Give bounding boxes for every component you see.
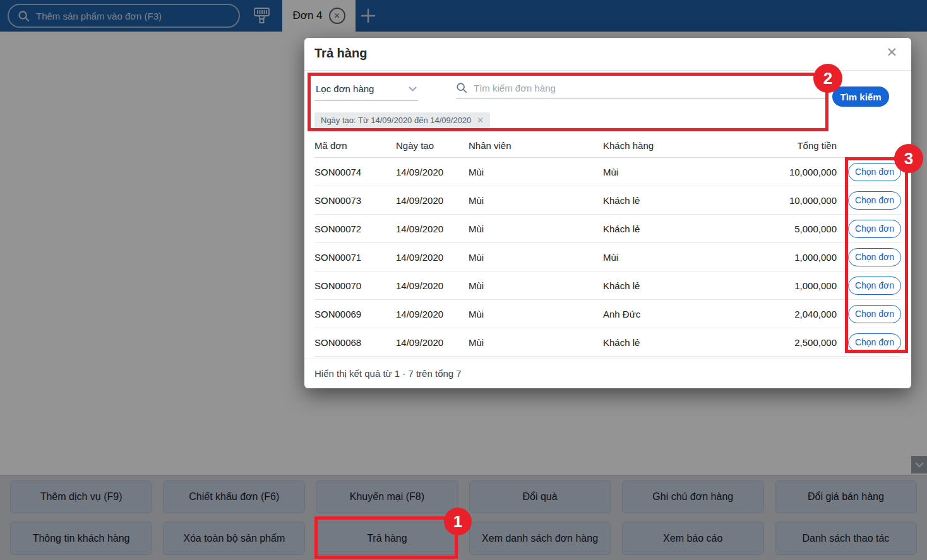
cell-khach-hang: Khách lẻ xyxy=(603,280,747,291)
cell-ma-don: SON00069 xyxy=(314,309,396,319)
cell-ma-don: SON00073 xyxy=(314,195,396,206)
cell-ngay-tao: 14/09/2020 xyxy=(396,195,469,206)
cell-ngay-tao: 14/09/2020 xyxy=(396,167,469,177)
cell-khach-hang: Khách lẻ xyxy=(603,337,747,348)
order-search-field[interactable] xyxy=(456,81,826,99)
date-filter-tag: Ngày tạo: Từ 14/09/2020 đến 14/09/2020 ✕ xyxy=(314,112,490,128)
table-row: SON00068 14/09/2020 Mùi Khách lẻ 2,500,0… xyxy=(314,328,901,357)
col-header-nhan-vien: Nhân viên xyxy=(469,140,603,151)
chon-don-button[interactable]: Chọn đơn xyxy=(848,305,901,323)
active-filters: Ngày tạo: Từ 14/09/2020 đến 14/09/2020 ✕ xyxy=(314,112,490,129)
cell-ma-don: SON00071 xyxy=(314,252,396,263)
col-header-ma-don: Mã đơn xyxy=(314,140,396,151)
close-icon[interactable]: ✕ xyxy=(886,45,897,59)
cell-ngay-tao: 14/09/2020 xyxy=(396,252,469,263)
filter-orders-dropdown[interactable]: Lọc đơn hàng xyxy=(314,81,418,101)
cell-khach-hang: Mùi xyxy=(603,252,747,263)
modal-title: Trả hàng xyxy=(314,46,367,61)
cell-khach-hang: Khách lẻ xyxy=(603,223,747,234)
remove-filter-icon[interactable]: ✕ xyxy=(477,116,484,125)
cell-ngay-tao: 14/09/2020 xyxy=(396,309,469,319)
cell-ma-don: SON00074 xyxy=(314,167,396,177)
cell-ma-don: SON00070 xyxy=(314,280,396,291)
filter-row: Lọc đơn hàng Tìm kiếm xyxy=(314,77,901,106)
cell-tong-tien: 10,000,000 xyxy=(747,195,848,206)
order-search-input[interactable] xyxy=(474,83,826,93)
cell-ngay-tao: 14/09/2020 xyxy=(396,337,469,348)
table-row: SON00070 14/09/2020 Mùi Khách lẻ 1,000,0… xyxy=(314,271,901,300)
cell-ma-don: SON00072 xyxy=(314,223,396,234)
cell-khach-hang: Mùi xyxy=(603,167,747,177)
cell-tong-tien: 2,040,000 xyxy=(747,309,848,319)
order-table-body: SON00074 14/09/2020 Mùi Mùi 10,000,000 C… xyxy=(314,158,901,357)
chon-don-button[interactable]: Chọn đơn xyxy=(848,191,901,210)
cell-khach-hang: Khách lẻ xyxy=(603,195,747,206)
table-row: SON00072 14/09/2020 Mùi Khách lẻ 5,000,0… xyxy=(314,215,901,243)
chon-don-button[interactable]: Chọn đơn xyxy=(848,220,901,238)
chon-don-button[interactable]: Chọn đơn xyxy=(848,163,901,181)
cell-nhan-vien: Mùi xyxy=(469,252,603,263)
cell-nhan-vien: Mùi xyxy=(469,195,603,206)
modal-header: Trả hàng ✕ xyxy=(304,38,911,71)
cell-ngay-tao: 14/09/2020 xyxy=(396,223,469,234)
order-table-header: Mã đơn Ngày tạo Nhân viên Khách hàng Tổn… xyxy=(314,134,901,158)
cell-nhan-vien: Mùi xyxy=(469,223,603,234)
chon-don-button[interactable]: Chọn đơn xyxy=(848,333,901,352)
filter-orders-dropdown-label: Lọc đơn hàng xyxy=(316,83,374,94)
date-filter-tag-label: Ngày tạo: Từ 14/09/2020 đến 14/09/2020 xyxy=(321,116,471,125)
cell-ngay-tao: 14/09/2020 xyxy=(396,280,469,291)
table-row: SON00074 14/09/2020 Mùi Mùi 10,000,000 C… xyxy=(314,158,901,186)
search-button[interactable]: Tìm kiếm xyxy=(832,86,889,107)
chevron-down-icon xyxy=(409,86,417,92)
chon-don-button[interactable]: Chọn đơn xyxy=(848,248,901,266)
table-row: SON00073 14/09/2020 Mùi Khách lẻ 10,000,… xyxy=(314,186,901,215)
cell-nhan-vien: Mùi xyxy=(469,280,603,291)
table-row: SON00069 14/09/2020 Mùi Anh Đức 2,040,00… xyxy=(314,300,901,328)
cell-tong-tien: 2,500,000 xyxy=(747,337,848,348)
cell-nhan-vien: Mùi xyxy=(469,309,603,319)
chon-don-button[interactable]: Chọn đơn xyxy=(848,277,901,295)
tra-hang-modal: Trả hàng ✕ Lọc đơn hàng Tìm kiếm Ngày tạ… xyxy=(304,38,911,388)
cell-tong-tien: 1,000,000 xyxy=(747,252,848,263)
cell-khach-hang: Anh Đức xyxy=(603,309,747,319)
col-header-khach-hang: Khách hàng xyxy=(603,140,747,151)
cell-tong-tien: 5,000,000 xyxy=(747,223,848,234)
results-summary: Hiển thị kết quả từ 1 - 7 trên tổng 7 xyxy=(304,359,911,388)
cell-ma-don: SON00068 xyxy=(314,337,396,348)
search-icon xyxy=(456,82,467,93)
cell-tong-tien: 1,000,000 xyxy=(747,280,848,291)
cell-nhan-vien: Mùi xyxy=(469,167,603,177)
cell-nhan-vien: Mùi xyxy=(469,337,603,348)
table-row: SON00071 14/09/2020 Mùi Mùi 1,000,000 Ch… xyxy=(314,243,901,271)
col-header-ngay-tao: Ngày tạo xyxy=(396,140,469,151)
col-header-tong-tien: Tổng tiền xyxy=(747,140,848,151)
cell-tong-tien: 10,000,000 xyxy=(747,167,848,177)
